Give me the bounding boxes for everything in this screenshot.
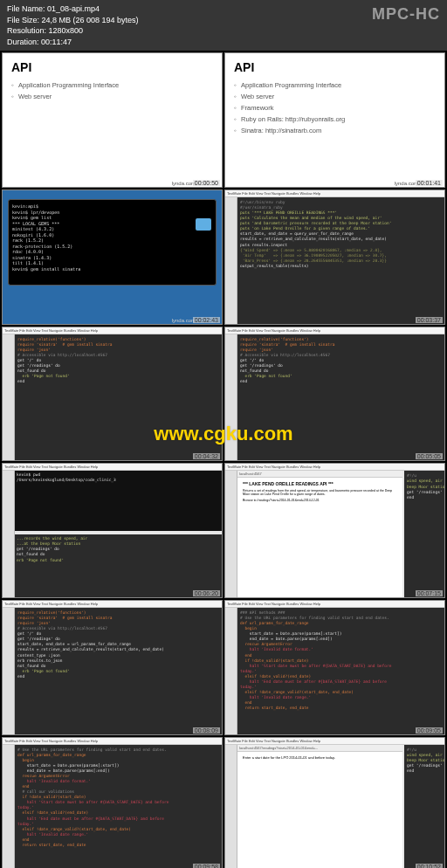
code-line: end [240,379,442,384]
code-line: wind speed, air [407,479,442,484]
editor-sidebar [225,745,237,868]
slide-title: API [234,60,436,74]
term-path: /Users/kevinskoglund/Desktop/code_clinic… [17,478,220,483]
code-line: Deep Moor station [407,758,442,763]
browser-window: localhost:4567 *** LAKE PEND OREILLE REA… [237,471,402,597]
code-line: return start_date, end_date [17,843,219,848]
editor-sidebar [225,334,237,461]
thumb-5[interactable]: TextMate File Edit View Text Navigate Bu… [2,327,223,462]
menubar: TextMate File Edit View Text Navigate Bu… [3,601,222,608]
menubar: TextMate File Edit View Text Navigate Bu… [3,464,222,471]
browser-url: localhost:4567/readings?start=2014-01-01… [237,745,402,752]
code-editor: # Use the URL parameters for finding val… [15,745,222,868]
thumb-3[interactable]: kevin:api$ kevin$ lpr/devopen kevin$ gem… [2,189,223,325]
timestamp: 00:09:05 [416,727,443,734]
browser-title: *** LAKE PEND OREILLE READINGS API *** [243,481,397,486]
term-line: kevin$ gem install sinatra [12,266,212,272]
folder-icon [196,218,211,231]
code-line: return start_date, end_date [240,706,442,711]
slide-item: Sinatra: http://sinatrarb.com [234,125,436,136]
code-editor-side: #!/uwind speed, airDeep Moor stationget … [404,745,444,868]
code-line: end [407,495,442,500]
code-line: get '/readings' do [407,490,442,495]
thumb-7[interactable]: TextMate File Edit View Text Navigate Bu… [2,463,223,598]
thumb-9[interactable]: TextMate File Edit View Text Navigate Bu… [2,600,223,735]
menubar: TextMate File Edit View Text Navigate Bu… [225,327,444,334]
timestamp: 00:03:37 [416,317,443,323]
menubar: TextMate File Edit View Text Navigate Bu… [225,738,444,745]
editor-sidebar [3,471,15,597]
slide-title: API [11,60,213,74]
code-line: erb 'Page not found' [17,558,220,563]
browser-content: Enter a start date for the LPO 2014-01-0… [237,752,402,763]
slide-item: Web server [11,91,213,102]
slide-api-short: API Application Programming Interface We… [3,53,222,109]
timestamp: 00:08:09 [193,727,220,734]
thumb-10[interactable]: TextMate File Edit View Text Navigate Bu… [224,600,445,735]
timestamp: 00:07:15 [416,590,443,596]
timestamp: 00:06:20 [193,590,220,596]
browser-content: *** LAKE PEND OREILLE READINGS API *** R… [237,478,402,506]
thumbnail-grid: API Application Programming Interface We… [0,51,447,868]
menubar: TextMate File Edit View Text Navigate Bu… [3,327,222,334]
code-editor: require_relative('functions')require 'si… [237,334,444,461]
app-brand: MPC-HC [372,3,440,25]
slide-item: Web server [234,91,436,102]
slide-item: Framework [234,102,436,114]
thumb-12[interactable]: TextMate File Edit View Text Navigate Bu… [224,737,445,868]
timestamp: 00:00:50 [193,180,220,186]
thumb-1[interactable]: API Application Programming Interface We… [2,52,223,188]
code-editor: ...records the wind speed, air...at the … [15,534,222,597]
timestamp: 00:04:32 [193,453,220,459]
terminal-pane: kevin$ pwd /Users/kevinskoglund/Desktop/… [15,471,222,531]
code-editor-side: #!/uwind speed, airDeep Moor stationget … [404,471,444,597]
browser-url: localhost:4567 [237,471,402,478]
menubar: TextMate File Edit View Text Navigate Bu… [225,190,444,197]
terminal-window: kevin:api$ kevin$ lpr/devopen kevin$ gem… [8,199,217,286]
editor-sidebar [3,608,15,734]
code-line: Deep Moor station [407,485,442,490]
duration: Duration: 00:11:47 [7,37,440,48]
timestamp: 00:05:05 [416,453,443,459]
code-editor: require_relative('functions')require 'si… [15,608,222,734]
code-line: end [17,674,219,679]
thumb-8[interactable]: TextMate File Edit View Text Navigate Bu… [224,463,445,598]
code-editor: require_relative('functions')require 'si… [15,334,222,461]
code-line: wind speed, air [407,753,442,758]
editor-sidebar [225,197,237,324]
thumb-2[interactable]: API Application Programming Interface We… [224,52,445,188]
browser-window: localhost:4567/readings?start=2014-01-01… [237,745,402,868]
timestamp: 00:09:58 [193,864,220,868]
browser-results: Browse to /readings?start=2014-01-01&end… [243,499,397,502]
menubar: TextMate File Edit View Text Navigate Bu… [225,464,444,471]
thumb-4[interactable]: TextMate File Edit View Text Navigate Bu… [224,189,445,325]
thumb-6[interactable]: TextMate File Edit View Text Navigate Bu… [224,327,445,462]
timestamp: 00:10:52 [416,864,443,868]
code-editor: #!/usr/bin/env ruby#/usr/sinatra_rubyput… [237,197,444,324]
code-line: output_results_table(results) [240,264,442,269]
editor-sidebar [225,608,237,734]
menubar: TextMate File Edit View Text Navigate Bu… [3,738,222,745]
timestamp: 00:02:43 [193,317,220,323]
slide-item: Application Programming Interface [11,79,213,91]
editor-sidebar [225,471,237,597]
editor-sidebar [3,745,15,868]
code-editor: ### API methods #### Use the URL paramet… [237,608,444,734]
slide-item: Ruby on Rails: http://rubyonrails.org [234,114,436,125]
timestamp: 00:01:41 [416,180,443,186]
slide-api-long: API Application Programming Interface We… [225,53,444,143]
editor-sidebar [3,334,15,461]
file-info-header: File Name: 01_08-api.mp4 File Size: 24,8… [0,0,447,51]
resolution: Resolution: 1280x800 [7,25,440,37]
slide-item: Application Programming Interface [234,79,436,91]
menubar: TextMate File Edit View Text Navigate Bu… [225,601,444,608]
code-line: end [17,379,219,384]
thumb-11[interactable]: TextMate File Edit View Text Navigate Bu… [2,737,223,868]
code-line: end [407,768,442,774]
browser-subtitle: Returns a set of readings from the wind … [243,489,397,496]
